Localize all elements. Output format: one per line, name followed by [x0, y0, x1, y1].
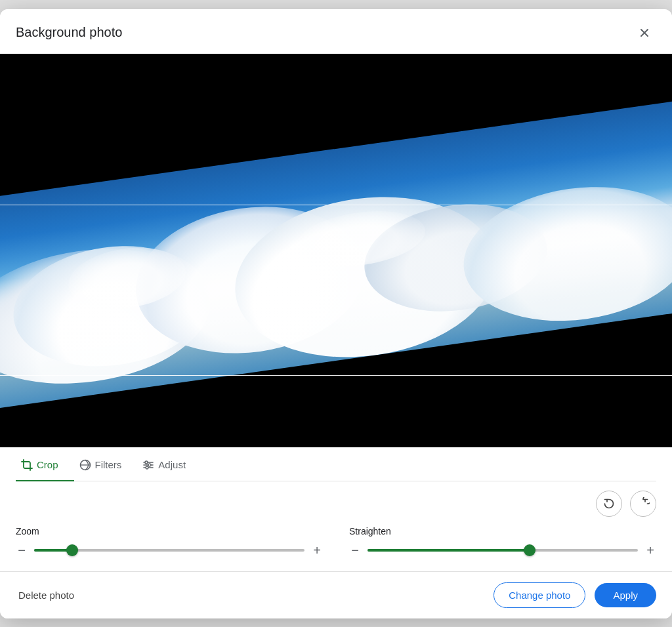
modal-footer: Delete photo Change photo Apply — [0, 571, 672, 618]
svg-point-4 — [145, 461, 148, 464]
tab-adjust-label: Adjust — [158, 459, 186, 470]
zoom-minus-icon: − — [16, 543, 28, 558]
adjust-icon — [142, 459, 154, 471]
rotate-cw-button[interactable] — [630, 491, 656, 517]
zoom-slider-thumb[interactable] — [66, 544, 78, 556]
zoom-slider-row: − + — [16, 543, 323, 558]
photo-image — [0, 100, 672, 410]
filters-icon — [79, 459, 91, 471]
edit-tabs: Crop Filters — [16, 447, 656, 481]
crop-line-top — [0, 205, 672, 206]
tab-filters[interactable]: Filters — [74, 447, 138, 481]
straighten-slider-row: − + — [349, 543, 656, 558]
tab-filters-label: Filters — [95, 459, 122, 470]
svg-point-6 — [146, 466, 148, 469]
zoom-slider-group: Zoom − + — [16, 526, 323, 558]
straighten-slider-fill — [368, 549, 530, 552]
straighten-label: Straighten — [349, 526, 656, 536]
modal-title: Background photo — [16, 25, 122, 40]
straighten-slider-track[interactable] — [368, 549, 638, 552]
close-button[interactable] — [633, 21, 656, 45]
tab-adjust[interactable]: Adjust — [137, 447, 201, 481]
crop-line-bottom — [0, 375, 672, 376]
sliders-row: Zoom − + Straighten − — [16, 521, 656, 571]
svg-point-5 — [148, 464, 151, 466]
zoom-plus-icon: + — [311, 543, 323, 558]
controls-area: Crop Filters — [0, 447, 672, 571]
rotate-ccw-button[interactable] — [596, 491, 622, 517]
image-preview-area[interactable] — [0, 54, 672, 447]
straighten-slider-group: Straighten − + — [349, 526, 656, 558]
apply-button[interactable]: Apply — [595, 583, 656, 607]
image-canvas — [0, 54, 672, 447]
zoom-label: Zoom — [16, 526, 323, 536]
tab-crop[interactable]: Crop — [16, 447, 74, 481]
delete-photo-button[interactable]: Delete photo — [16, 583, 77, 607]
modal-header: Background photo — [0, 9, 672, 54]
straighten-plus-icon: + — [644, 543, 656, 558]
rotate-row — [16, 481, 656, 521]
change-photo-button[interactable]: Change photo — [494, 582, 585, 608]
straighten-slider-thumb[interactable] — [524, 544, 536, 556]
zoom-slider-track[interactable] — [34, 549, 304, 552]
footer-right: Change photo Apply — [494, 582, 656, 608]
crop-icon — [21, 459, 33, 471]
background-photo-modal: Background photo — [0, 9, 672, 618]
straighten-minus-icon: − — [349, 543, 361, 558]
tab-crop-label: Crop — [37, 459, 58, 470]
